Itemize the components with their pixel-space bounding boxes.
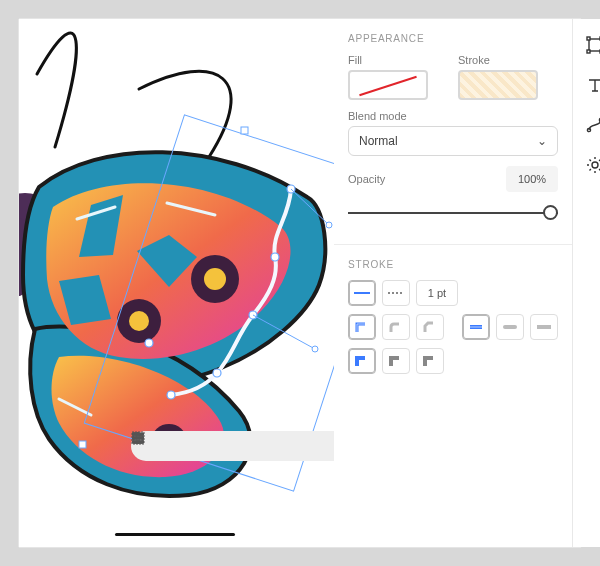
stroke-swatch[interactable] — [458, 70, 538, 100]
svg-rect-43 — [589, 39, 600, 51]
repeat-icon[interactable] — [297, 438, 313, 454]
contextual-toolbar — [131, 431, 334, 461]
divider — [334, 244, 572, 245]
opacity-label: Opacity — [348, 173, 385, 185]
align-icon[interactable] — [193, 438, 209, 454]
stroke-style-dashed[interactable] — [382, 280, 410, 306]
slider-knob[interactable] — [543, 205, 558, 220]
svg-point-3 — [204, 268, 226, 290]
chevron-down-icon: ⌄ — [537, 134, 547, 148]
cap-round[interactable] — [496, 314, 524, 340]
corner-round[interactable] — [382, 314, 410, 340]
blend-label: Blend mode — [348, 110, 558, 122]
stroke-style-solid[interactable] — [348, 280, 376, 306]
properties-panel: APPEARANCE Fill Stroke Blend mode Normal… — [334, 19, 573, 547]
stroke-title: STROKE — [348, 259, 558, 270]
home-indicator — [115, 533, 235, 536]
svg-point-19 — [312, 346, 318, 352]
duplicate-icon[interactable] — [271, 438, 287, 454]
svg-rect-34 — [134, 435, 142, 443]
svg-rect-8 — [241, 127, 248, 134]
fill-label: Fill — [348, 54, 448, 66]
type-icon[interactable] — [585, 75, 600, 95]
align-stroke-inside[interactable] — [382, 348, 410, 374]
fill-swatch[interactable] — [348, 70, 428, 100]
stroke-label: Stroke — [458, 54, 558, 66]
svg-point-50 — [592, 162, 598, 168]
right-tool-strip — [573, 19, 600, 547]
svg-point-15 — [145, 339, 153, 347]
svg-point-13 — [213, 369, 221, 377]
align-stroke-center[interactable] — [348, 348, 376, 374]
svg-point-11 — [271, 253, 279, 261]
svg-point-5 — [129, 311, 149, 331]
corner-bevel[interactable] — [416, 314, 444, 340]
svg-rect-44 — [587, 37, 590, 40]
gear-icon[interactable] — [585, 155, 600, 175]
bounding-box-icon[interactable] — [585, 35, 600, 55]
move-icon[interactable] — [219, 438, 235, 454]
opacity-value[interactable]: 100% — [506, 166, 558, 192]
path-icon[interactable] — [585, 115, 600, 135]
cap-butt[interactable] — [462, 314, 490, 340]
app-window: APPEARANCE Fill Stroke Blend mode Normal… — [18, 18, 582, 548]
svg-point-14 — [167, 391, 175, 399]
opacity-slider[interactable] — [348, 200, 558, 226]
svg-point-18 — [326, 222, 332, 228]
unlock-icon[interactable] — [245, 438, 261, 454]
svg-rect-9 — [79, 441, 86, 448]
trash-icon[interactable] — [323, 438, 334, 454]
artboard[interactable] — [19, 19, 334, 547]
svg-rect-46 — [587, 50, 590, 53]
cap-square[interactable] — [530, 314, 558, 340]
blend-mode-value: Normal — [359, 134, 398, 148]
list-icon[interactable] — [167, 438, 183, 454]
blend-mode-select[interactable]: Normal ⌄ — [348, 126, 558, 156]
align-stroke-outside[interactable] — [416, 348, 444, 374]
corner-miter[interactable] — [348, 314, 376, 340]
stroke-weight-field[interactable]: 1 pt — [416, 280, 458, 306]
appearance-title: APPEARANCE — [348, 33, 558, 44]
